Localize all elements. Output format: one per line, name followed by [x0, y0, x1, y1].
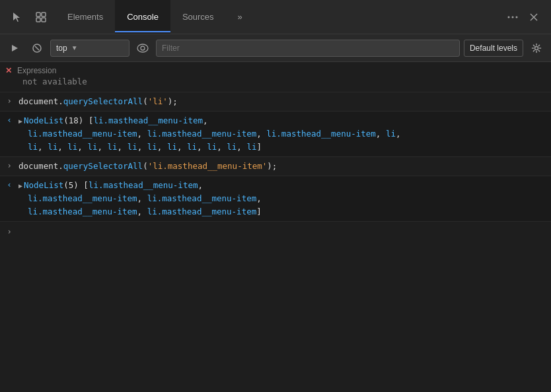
console-code-2: document.querySelectorAll('li.masthead__…	[18, 160, 551, 173]
expression-value: not available	[17, 75, 92, 88]
svg-point-5	[512, 16, 514, 18]
svg-point-14	[535, 46, 538, 49]
stop-icon[interactable]	[28, 39, 46, 57]
cursor-icon[interactable]	[8, 8, 26, 26]
tab-icon-group	[3, 8, 55, 26]
expression-label: Expression	[17, 66, 56, 75]
console-code-1: document.querySelectorAll('li');	[18, 95, 551, 108]
input-arrow-1: ›	[0, 95, 18, 106]
console-output-row-1: ‹ ▶NodeList(18) [li.masthead__menu-item,…	[0, 112, 551, 157]
run-icon[interactable]	[5, 39, 24, 57]
console-input-cursor-row[interactable]: ›	[0, 222, 551, 240]
default-levels-button[interactable]: Default levels	[464, 40, 523, 57]
svg-point-12	[137, 44, 148, 52]
tab-list: Elements Console Sources »	[55, 0, 503, 34]
expand-triangle-1[interactable]: ▶	[18, 116, 22, 127]
svg-marker-9	[12, 45, 18, 51]
input-arrow-2: ›	[0, 160, 18, 170]
expression-close[interactable]: ✕	[5, 66, 12, 75]
console-input-row-2: › document.querySelectorAll('li.masthead…	[0, 157, 551, 176]
console-output-code-1: ▶NodeList(18) [li.masthead__menu-item, l…	[18, 114, 551, 154]
tab-overflow[interactable]: »	[226, 0, 254, 34]
svg-point-4	[508, 16, 510, 18]
console-input-row-1: › document.querySelectorAll('li');	[0, 92, 551, 112]
eye-icon[interactable]	[133, 39, 152, 57]
expand-triangle-2[interactable]: ▶	[18, 181, 22, 191]
more-options-icon[interactable]	[503, 8, 522, 26]
tab-elements[interactable]: Elements	[55, 0, 115, 34]
output-arrow-2: ‹	[0, 179, 18, 189]
svg-point-6	[516, 16, 518, 18]
svg-point-13	[141, 46, 145, 50]
inspect-icon[interactable]	[32, 8, 50, 26]
settings-icon[interactable]	[527, 39, 546, 57]
filter-input[interactable]	[156, 40, 460, 57]
console-content: ✕ Expression not available › document.qu…	[0, 62, 551, 392]
console-live-input[interactable]	[18, 226, 551, 236]
output-arrow-1: ‹	[0, 114, 18, 125]
context-selector[interactable]: top ▼	[50, 40, 129, 57]
svg-rect-2	[36, 18, 40, 22]
tab-sources[interactable]: Sources	[170, 0, 226, 34]
close-icon[interactable]	[525, 8, 543, 26]
tab-console[interactable]: Console	[115, 0, 170, 34]
tab-bar: Elements Console Sources »	[0, 0, 551, 34]
svg-rect-1	[42, 13, 46, 16]
console-toolbar: top ▼ Default levels	[0, 34, 551, 62]
chevron-down-icon: ▼	[71, 44, 78, 51]
tab-right-icons	[503, 8, 548, 26]
expression-row: ✕ Expression not available	[0, 62, 551, 92]
svg-rect-3	[42, 18, 46, 22]
console-output-code-2: ▶NodeList(5) [li.masthead__menu-item, li…	[18, 179, 551, 218]
svg-rect-0	[36, 13, 40, 16]
svg-line-11	[35, 46, 39, 50]
cursor-prompt: ›	[0, 226, 18, 236]
console-output-row-2: ‹ ▶NodeList(5) [li.masthead__menu-item, …	[0, 176, 551, 222]
